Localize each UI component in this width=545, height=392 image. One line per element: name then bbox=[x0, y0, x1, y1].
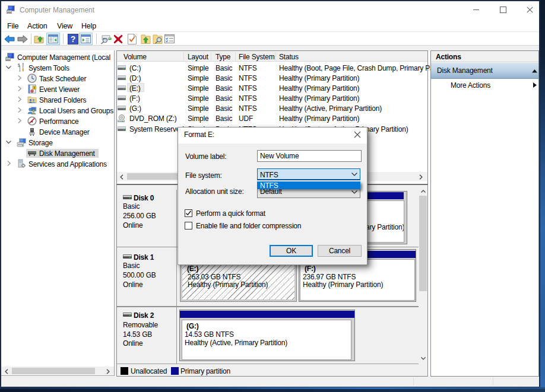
svg-text:?: ? bbox=[71, 34, 76, 44]
